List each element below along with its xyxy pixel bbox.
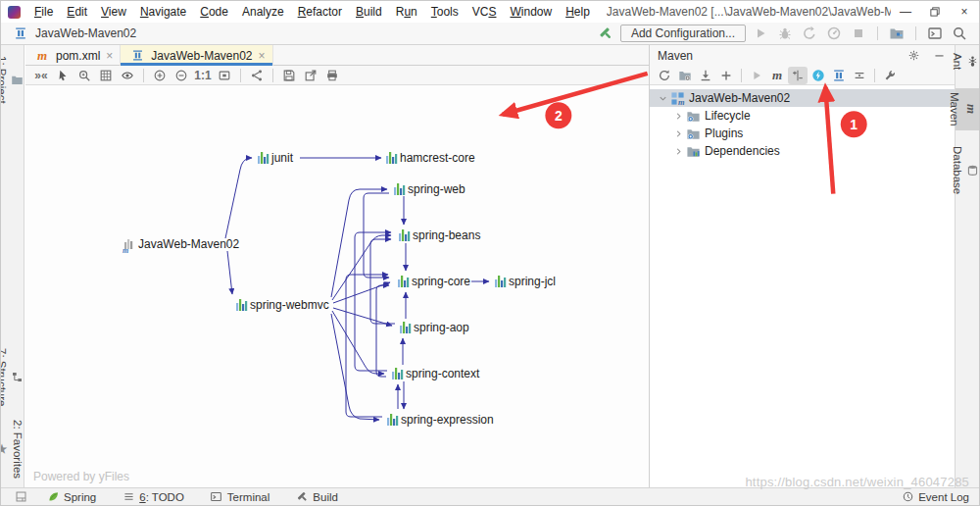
menu-code[interactable]: Code <box>193 1 235 23</box>
add-configuration-button[interactable]: Add Configuration... <box>620 25 746 42</box>
graph-node-spring-core[interactable]: spring-core <box>398 275 470 288</box>
menu-analyze[interactable]: Analyze <box>235 1 291 23</box>
tree-row-label: Dependencies <box>705 144 780 158</box>
play-icon[interactable] <box>751 25 770 42</box>
refresh-icon[interactable] <box>655 67 674 84</box>
chevron-right-icon[interactable] <box>671 111 685 122</box>
save-icon[interactable] <box>279 67 299 84</box>
expand-collapse-icon[interactable] <box>788 67 808 84</box>
toolbar-divider <box>272 69 273 82</box>
menu-window[interactable]: Window <box>503 1 559 23</box>
left-toolwindow-favorites[interactable]: 2: Favorites★ <box>1 416 24 482</box>
restore-button[interactable] <box>920 1 950 23</box>
menu-help[interactable]: Help <box>559 1 597 23</box>
actual-size-icon[interactable]: 1:1 <box>193 67 213 84</box>
add-icon[interactable] <box>716 67 736 84</box>
fit-content-icon[interactable] <box>215 67 234 84</box>
switcher-icon[interactable] <box>11 488 30 506</box>
zoom-out-icon[interactable] <box>172 67 191 84</box>
window-controls: — × <box>891 1 979 23</box>
right-toolwindow-database[interactable]: Database <box>956 142 979 198</box>
ant-icon <box>966 54 979 70</box>
terminal-window-icon[interactable] <box>925 25 945 42</box>
statusbar-todo[interactable]: 6: TODO <box>122 490 184 504</box>
menu-file[interactable]: File <box>27 1 60 23</box>
tree-row-dependencies[interactable]: Dependencies <box>650 142 956 160</box>
graph-node-javaweb-maven02[interactable]: mJavaWeb-Maven02 <box>122 237 239 255</box>
folder-gear-icon[interactable] <box>675 67 695 84</box>
statusbar-build[interactable]: Build <box>295 490 338 504</box>
tab-close-icon[interactable]: × <box>259 49 266 63</box>
hide-icon[interactable] <box>929 47 949 65</box>
menu-navigate[interactable]: Navigate <box>133 1 193 23</box>
skip-tests-icon[interactable] <box>850 67 869 84</box>
breadcrumb[interactable]: JavaWeb-Maven02 <box>11 25 136 42</box>
stop-icon[interactable] <box>849 25 868 42</box>
graph-node-junit[interactable]: junit <box>258 151 294 165</box>
statusbar-label: Build <box>313 491 338 503</box>
menu-run[interactable]: Run <box>389 1 424 23</box>
graph-node-spring-web[interactable]: spring-web <box>394 182 466 196</box>
statusbar-spring[interactable]: Spring <box>46 490 96 504</box>
menu-refactor[interactable]: Refactor <box>291 1 349 23</box>
magnifier-mode-icon[interactable] <box>74 67 94 84</box>
statusbar-terminal[interactable]: Terminal <box>210 490 270 504</box>
left-toolwindow-structure[interactable]: 7: Structure <box>1 344 24 410</box>
close-button[interactable]: × <box>950 1 979 23</box>
export-icon[interactable] <box>301 67 320 84</box>
graph-node-spring-aop[interactable]: spring-aop <box>400 321 469 334</box>
chevron-right-icon[interactable] <box>671 146 685 157</box>
right-toolwindow-maven[interactable]: mMaven <box>956 88 979 130</box>
tab-close-icon[interactable]: × <box>106 49 113 63</box>
download-sources-icon[interactable] <box>696 67 715 84</box>
right-toolwindow-ant[interactable]: Ant <box>956 49 979 74</box>
left-toolwindow-project[interactable]: 1: Project <box>1 52 24 108</box>
chevron-down-icon[interactable] <box>656 93 669 104</box>
offline-bolt-icon[interactable] <box>808 67 828 84</box>
show-dependencies-icon[interactable] <box>829 67 849 84</box>
graph-node-spring-jcl[interactable]: spring-jcl <box>495 275 556 288</box>
left-toolwindow-bar: 1: Project7: Structure2: Favorites★ <box>1 45 24 487</box>
tree-row-plugins[interactable]: Plugins <box>650 125 956 142</box>
edge-spring-webmvc-to-spring-aop <box>333 308 392 326</box>
build-hammer-icon[interactable] <box>596 25 615 42</box>
zoom-in-icon[interactable] <box>150 67 170 84</box>
dependency-graph-canvas[interactable]: mJavaWeb-Maven02junithamcrest-corespring… <box>25 85 649 489</box>
play-icon[interactable] <box>747 67 766 84</box>
menu-build[interactable]: Build <box>349 1 389 23</box>
graph-node-spring-expression[interactable]: spring-expression <box>387 413 494 427</box>
tab-javaweb-maven02[interactable]: JavaWeb-Maven02× <box>121 45 272 66</box>
menu-tools[interactable]: Tools <box>424 1 466 23</box>
toolbar-divider <box>143 69 144 82</box>
database-icon <box>966 163 979 178</box>
project-folder-icon[interactable] <box>887 25 906 42</box>
graph-node-spring-context[interactable]: spring-context <box>392 367 480 380</box>
profiler-icon[interactable] <box>824 25 844 42</box>
wrench-icon[interactable] <box>880 67 900 84</box>
menu-vcs[interactable]: VCS <box>466 1 504 23</box>
graph-node-spring-beans[interactable]: spring-beans <box>399 228 480 242</box>
search-everywhere-icon[interactable] <box>950 25 969 42</box>
graph-node-label: spring-jcl <box>509 275 556 288</box>
settings-gear-icon[interactable] <box>904 47 923 65</box>
visibility-icon[interactable] <box>118 67 137 84</box>
tab-pom-xml[interactable]: mpom.xml× <box>25 45 121 66</box>
debug-icon[interactable] <box>775 25 795 42</box>
maven-goal-icon[interactable]: m <box>767 67 787 84</box>
pointer-mode-icon[interactable] <box>53 67 73 84</box>
graph-node-spring-webmvc[interactable]: spring-webmvc <box>236 298 329 312</box>
tree-row-lifecycle[interactable]: Lifecycle <box>650 107 956 125</box>
chevron-right-icon[interactable] <box>671 128 685 139</box>
coverage-icon[interactable] <box>800 25 819 42</box>
menu-view[interactable]: View <box>94 1 133 23</box>
statusbar-event-log[interactable]: Event Log <box>901 490 969 504</box>
grid-icon[interactable] <box>96 67 116 84</box>
minimize-button[interactable]: — <box>891 1 920 23</box>
collapse-expand-icon[interactable]: »« <box>31 67 51 84</box>
folder-lib-icon <box>685 143 701 159</box>
layout-icon[interactable] <box>247 67 267 84</box>
graph-node-hamcrest-core[interactable]: hamcrest-core <box>386 151 475 165</box>
tree-row-javaweb-maven02[interactable]: mJavaWeb-Maven02 <box>650 89 956 107</box>
menu-edit[interactable]: Edit <box>60 1 94 23</box>
print-icon[interactable] <box>322 67 342 84</box>
